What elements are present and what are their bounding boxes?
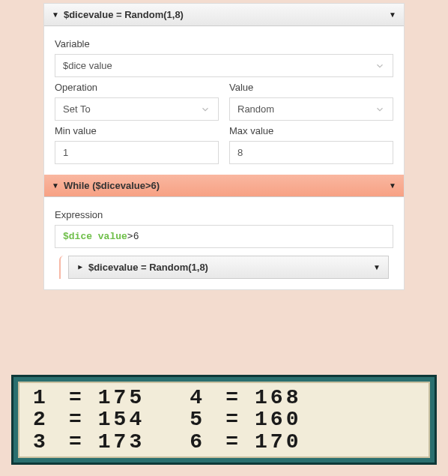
operation-label: Operation [55, 82, 219, 93]
caret-right-icon: ▼ [76, 264, 84, 271]
expression-rest: >6 [127, 231, 139, 242]
chevron-down-icon [200, 104, 211, 115]
output-cell: 6=170 [190, 431, 301, 453]
output-row: 3=173 6=170 [33, 431, 415, 453]
block-title: $dicevalue = Random(1,8) [64, 9, 389, 20]
min-label: Min value [55, 125, 219, 136]
variable-select[interactable]: $dice value [55, 54, 393, 77]
nested-set-variable-header[interactable]: ▼ $dicevalue = Random(1,8) ▼ [68, 256, 389, 279]
while-body: Expression $dice value>6 ▼ $dicevalue = … [44, 197, 404, 289]
caret-down-icon: ▼ [52, 181, 59, 190]
output-cell: 3=173 [33, 431, 145, 453]
expression-input[interactable]: $dice value>6 [55, 225, 393, 248]
output-cell: 2=154 [33, 409, 145, 430]
editor-panel: ▼ $dicevalue = Random(1,8) ▼ Variable $d… [43, 3, 405, 290]
max-value: 8 [237, 147, 243, 158]
chevron-down-icon [375, 61, 385, 71]
expression-var: $dice value [63, 231, 127, 242]
chevron-down-icon [375, 104, 385, 115]
while-title: While ($dicevalue>6) [64, 180, 389, 191]
set-variable-header[interactable]: ▼ $dicevalue = Random(1,8) ▼ [44, 4, 404, 26]
max-input[interactable]: 8 [229, 141, 393, 164]
operation-select[interactable]: Set To [55, 97, 219, 121]
output-cell: 4=168 [190, 387, 301, 409]
output-cell: 1=175 [33, 387, 145, 409]
output-row: 1=175 4=168 [33, 387, 415, 409]
nested-title: $dicevalue = Random(1,8) [88, 262, 373, 273]
value-value: Random [237, 103, 274, 115]
value-select[interactable]: Random [229, 97, 393, 121]
output-display: 1=175 4=168 2=154 5=160 3=173 6=170 [11, 375, 437, 465]
output-row: 2=154 5=160 [33, 409, 415, 430]
set-variable-body: Variable $dice value Operation Set To Va… [44, 26, 404, 175]
nested-container: ▼ $dicevalue = Random(1,8) ▼ [59, 256, 389, 279]
collapse-icon: ▼ [389, 10, 396, 19]
expression-label: Expression [55, 209, 393, 220]
value-label: Value [229, 82, 393, 93]
while-header[interactable]: ▼ While ($dicevalue>6) ▼ [44, 175, 404, 197]
variable-label: Variable [55, 38, 393, 49]
collapse-icon: ▼ [373, 263, 381, 271]
variable-value: $dice value [63, 60, 112, 71]
max-label: Max value [229, 125, 393, 136]
caret-down-icon: ▼ [52, 10, 59, 19]
collapse-icon: ▼ [389, 181, 396, 190]
output-cell: 5=160 [190, 409, 301, 430]
output-inner: 1=175 4=168 2=154 5=160 3=173 6=170 [18, 382, 430, 458]
min-value: 1 [63, 147, 68, 158]
operation-value: Set To [63, 103, 91, 115]
min-input[interactable]: 1 [55, 141, 219, 164]
